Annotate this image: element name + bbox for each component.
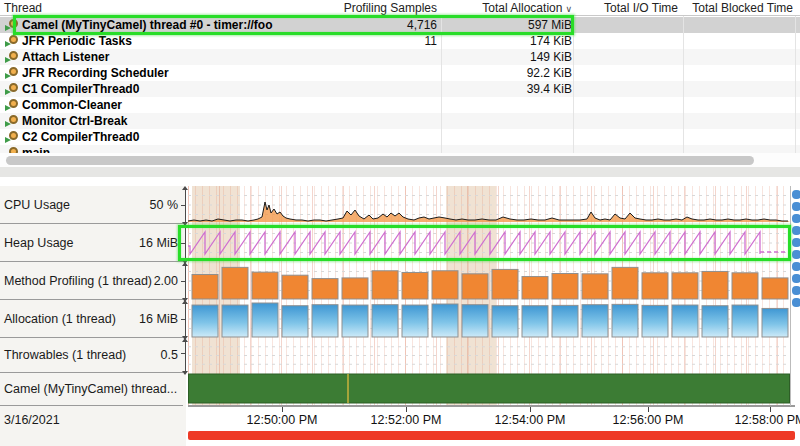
table-row[interactable]: C2 CompilerThread0 [0,129,800,145]
cell-total-allocation: 149 KiB [437,49,572,65]
vertical-scrollbar-segment[interactable] [792,190,800,199]
profiler-window: Thread Profiling Samples Total Allocatio… [0,0,800,446]
track-label-row[interactable]: Allocation (1 thread)16 MiB [0,300,183,338]
thread-name: Attach Listener [22,49,109,65]
time-range-selector[interactable] [188,431,795,440]
table-row[interactable]: C1 CompilerThread039.4 KiB [0,81,800,97]
vertical-scrollbar[interactable] [792,190,800,310]
thread-name: Common-Cleaner [22,97,122,113]
date-label: 3/16/2021 [4,413,60,427]
time-axis-tick [282,407,283,412]
track-axis-value: 16 MiB [100,312,178,326]
vertical-scrollbar-segment[interactable] [792,262,800,271]
thread-icon [5,67,19,79]
track-y-axis [182,224,190,262]
thread-icon [5,115,19,127]
vertical-scrollbar-segment[interactable] [792,202,800,211]
column-header-profiling-samples[interactable]: Profiling Samples [280,1,437,15]
thread-icon [5,99,19,111]
vertical-scrollbar-segment[interactable] [792,226,800,235]
cell-profiling-samples: 4,716 [280,17,437,33]
vertical-scrollbar-segment[interactable] [792,250,800,259]
vertical-scrollbar-segment[interactable] [792,214,800,223]
thread-icon [5,19,19,31]
allocation-chart [188,300,790,338]
track-label-column: CPU Usage50 %Heap Usage16 MiBMethod Prof… [0,186,186,446]
throwables-chart [188,338,790,373]
thread-icon [5,51,19,63]
table-header: Thread Profiling Samples Total Allocatio… [0,0,800,16]
track-label-row[interactable]: Camel (MyTinyCamel) thread... [0,373,183,406]
time-axis-label: 12:52:00 PM [371,413,442,427]
time-axis-label: 12:56:00 PM [613,413,684,427]
track-y-axis [182,262,190,300]
time-axis-label: 12:54:00 PM [495,413,566,427]
thread-name: Camel (MyTinyCamel) thread #0 - timer://… [22,17,273,33]
time-axis-label: 12:58:00 PM [735,413,800,427]
cell-total-allocation: 92.2 KiB [437,65,572,81]
time-axis-label: 12:50:00 PM [247,413,318,427]
column-header-total-blocked-time[interactable]: Total Blocked Time [600,1,793,15]
thread-icon [5,83,19,95]
plot-right-border [790,186,791,406]
track-label: Heap Usage [4,236,74,250]
track-label-row[interactable]: CPU Usage50 % [0,186,183,224]
cell-total-allocation: 597 MiB [437,17,572,33]
vertical-scrollbar-segment[interactable] [792,298,800,307]
heap-usage-chart [188,224,790,262]
table-row[interactable]: Monitor Ctrl-Break [0,113,800,129]
thread-name: JFR Recording Scheduler [22,65,169,81]
column-divider [683,16,684,153]
table-row[interactable]: Camel (MyTinyCamel) thread #0 - timer://… [0,17,800,33]
cpu-usage-chart [188,186,790,224]
column-divider [795,16,796,153]
cell-profiling-samples: 11 [280,33,437,49]
table-row[interactable]: Common-Cleaner [0,97,800,113]
thread-icon [5,35,19,47]
thread-name: main [22,145,50,153]
vertical-scrollbar-segment[interactable] [792,274,800,283]
vertical-scrollbar-segment[interactable] [792,286,800,295]
time-axis-tick [648,407,649,412]
column-divider [573,16,574,153]
cell-total-allocation: 174 KiB [437,33,572,49]
method-profiling-chart [188,262,790,300]
table-row[interactable]: main [0,145,800,153]
thread-table-body: Camel (MyTinyCamel) thread #0 - timer://… [0,17,800,153]
time-axis-tick [406,407,407,412]
time-axis-tick [530,407,531,412]
cell-total-allocation: 39.4 KiB [437,81,572,97]
table-horizontal-scrollbar-thumb[interactable] [6,156,754,165]
thread-name: JFR Periodic Tasks [22,33,132,49]
track-label-row[interactable]: Throwables (1 thread)0.5 [0,338,183,373]
track-label-row[interactable]: Heap Usage16 MiB [0,224,183,262]
table-bottom-edge [0,167,800,177]
thread-name: C1 CompilerThread0 [22,81,139,97]
column-divider [441,16,442,153]
track-label: Camel (MyTinyCamel) thread... [4,382,177,396]
thread-icon [5,131,19,143]
track-label-row[interactable]: Method Profiling (1 thread)2.00 [0,262,183,300]
vertical-scrollbar-segment[interactable] [792,238,800,247]
thread-lifespan-bar [188,373,790,406]
thread-name: Monitor Ctrl-Break [22,113,127,129]
track-y-axis [182,300,190,338]
track-axis-value: 0.5 [100,348,178,362]
column-header-thread[interactable]: Thread [4,1,42,15]
table-row[interactable]: JFR Periodic Tasks11174 KiB [0,33,800,49]
track-y-axis [182,338,190,373]
track-axis-value: 16 MiB [100,236,178,250]
table-row[interactable]: Attach Listener149 KiB [0,49,800,65]
table-horizontal-scrollbar-track[interactable] [0,153,800,167]
thread-name: C2 CompilerThread0 [22,129,139,145]
track-axis-value: 2.00 [100,274,178,288]
time-axis-tick [770,407,771,412]
table-row[interactable]: JFR Recording Scheduler92.2 KiB [0,65,800,81]
track-y-axis [182,186,190,224]
track-label: CPU Usage [4,198,70,212]
track-axis-value: 50 % [100,198,178,212]
time-axis-line [188,405,795,407]
